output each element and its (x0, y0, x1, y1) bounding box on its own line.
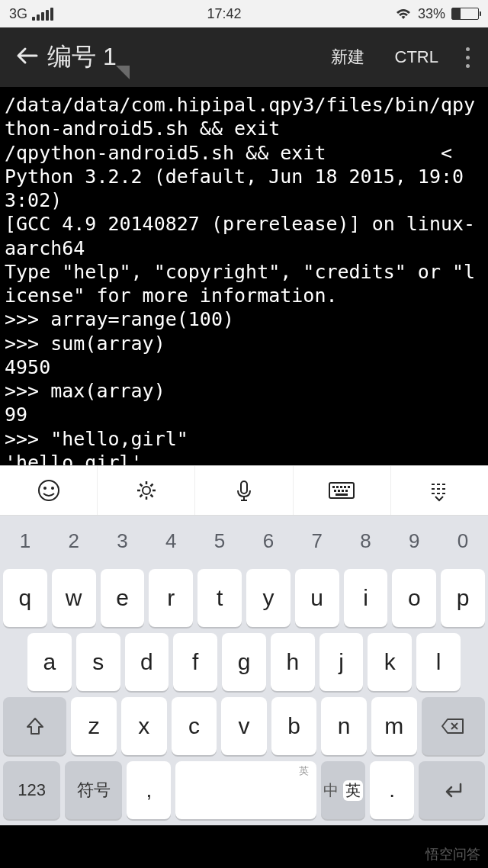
key-m[interactable]: m (371, 697, 417, 755)
key-t[interactable]: t (197, 569, 242, 627)
key-a[interactable]: a (27, 633, 72, 691)
key-8[interactable]: 8 (344, 519, 388, 563)
key-4[interactable]: 4 (149, 519, 193, 563)
key-r[interactable]: r (149, 569, 193, 627)
svg-point-3 (143, 487, 150, 494)
key-j[interactable]: j (319, 633, 364, 691)
keyboard-row-1: qwertyuiop (3, 569, 485, 627)
key-q[interactable]: q (3, 569, 47, 627)
svg-rect-8 (340, 486, 342, 488)
key-y[interactable]: y (246, 569, 291, 627)
comma-key[interactable]: , (127, 761, 171, 819)
key-e[interactable]: e (101, 569, 145, 627)
keyboard-row-2: asdfghjkl (3, 633, 485, 691)
emoji-button[interactable] (0, 466, 98, 515)
status-left: 3G (9, 6, 53, 22)
dropdown-caret-icon (116, 57, 130, 85)
key-b[interactable]: b (271, 697, 317, 755)
enter-key[interactable] (419, 761, 485, 819)
key-5[interactable]: 5 (197, 519, 242, 563)
new-button[interactable]: 新建 (316, 46, 380, 69)
lang-en: 英 (343, 780, 363, 801)
terminal-output[interactable]: /data/data/com.hipipal.qpy3/files/bin/qp… (0, 87, 488, 465)
svg-point-2 (51, 487, 54, 490)
watermark: 悟空问答 (425, 845, 480, 863)
svg-rect-10 (348, 486, 350, 488)
back-button[interactable] (6, 44, 47, 70)
key-z[interactable]: z (71, 697, 117, 755)
key-f[interactable]: f (173, 633, 217, 691)
ctrl-button[interactable]: CTRL (380, 47, 454, 67)
keyboard-row-3: zxcvbnm (3, 697, 485, 755)
status-right: 33% (395, 6, 479, 22)
svg-point-0 (39, 481, 59, 500)
key-6[interactable]: 6 (246, 519, 291, 563)
key-d[interactable]: d (125, 633, 169, 691)
key-p[interactable]: p (441, 569, 485, 627)
key-v[interactable]: v (221, 697, 267, 755)
wifi-icon (395, 7, 412, 21)
toolbar-title[interactable]: 编号 1 (47, 40, 316, 74)
clock: 17:42 (207, 6, 241, 22)
battery-pct: 33% (418, 6, 445, 22)
keyboard-switch-button[interactable] (294, 466, 391, 515)
hide-keyboard-button[interactable] (391, 466, 488, 515)
svg-rect-9 (344, 486, 346, 488)
key-g[interactable]: g (222, 633, 266, 691)
key-h[interactable]: h (271, 633, 315, 691)
key-i[interactable]: i (344, 569, 388, 627)
key-2[interactable]: 2 (52, 519, 96, 563)
key-k[interactable]: k (368, 633, 412, 691)
svg-rect-14 (345, 490, 348, 492)
key-u[interactable]: u (295, 569, 339, 627)
key-o[interactable]: o (392, 569, 436, 627)
overflow-menu-button[interactable] (454, 47, 482, 68)
svg-rect-13 (342, 490, 344, 492)
key-w[interactable]: w (52, 569, 96, 627)
space-lang-hint: 英 (299, 764, 309, 778)
soft-keyboard: 1234567890 qwertyuiop asdfghjkl zxcvbnm … (0, 516, 488, 825)
settings-button[interactable] (98, 466, 195, 515)
status-bar: 3G 17:42 33% (0, 0, 488, 27)
title-text: 编号 1 (47, 43, 117, 70)
key-9[interactable]: 9 (392, 519, 436, 563)
backspace-key[interactable] (422, 697, 485, 755)
network-label: 3G (9, 6, 27, 22)
voice-input-button[interactable] (195, 466, 293, 515)
key-1[interactable]: 1 (3, 519, 47, 563)
key-x[interactable]: x (121, 697, 167, 755)
svg-rect-12 (338, 490, 340, 492)
app-toolbar: 编号 1 新建 CTRL (0, 27, 488, 87)
keyboard-bottom-row: 123 符号 , 英 中 英 . (3, 761, 485, 825)
svg-rect-4 (241, 481, 247, 493)
key-7[interactable]: 7 (295, 519, 339, 563)
signal-icon (32, 8, 53, 21)
svg-rect-6 (332, 486, 335, 488)
key-0[interactable]: 0 (441, 519, 485, 563)
lang-cn: 中 (321, 780, 341, 801)
keyboard-toprow (0, 465, 488, 516)
numeric-mode-key[interactable]: 123 (3, 761, 60, 819)
svg-point-1 (43, 487, 47, 490)
key-3[interactable]: 3 (101, 519, 145, 563)
svg-rect-15 (336, 493, 348, 496)
shift-key[interactable] (3, 697, 66, 755)
key-c[interactable]: c (172, 697, 217, 755)
key-n[interactable]: n (321, 697, 367, 755)
svg-rect-7 (336, 486, 339, 488)
key-l[interactable]: l (416, 633, 461, 691)
svg-rect-11 (334, 490, 336, 492)
period-key[interactable]: . (370, 761, 414, 819)
space-key[interactable]: 英 (175, 761, 316, 819)
key-s[interactable]: s (76, 633, 120, 691)
battery-icon (451, 8, 479, 20)
symbol-mode-key[interactable]: 符号 (65, 761, 122, 819)
language-toggle-key[interactable]: 中 英 (321, 761, 365, 819)
keyboard-number-row: 1234567890 (3, 519, 485, 563)
